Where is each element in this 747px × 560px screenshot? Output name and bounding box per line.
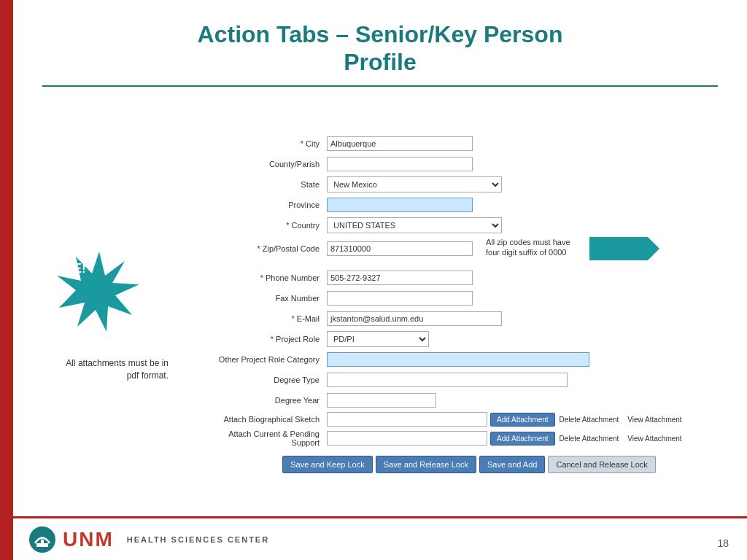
page-number: 18 xyxy=(717,537,729,549)
bio-sketch-delete-button[interactable]: Delete Attachment xyxy=(555,413,624,426)
footer-unm-text: UNM xyxy=(63,528,114,551)
footer-logo-area: UNM HEALTH SCIENCES CENTER xyxy=(28,525,269,554)
city-input[interactable] xyxy=(327,136,473,151)
current-pending-label: Attach Current & Pending Support xyxy=(210,429,327,447)
county-label: County/Parish xyxy=(210,160,327,168)
country-row: * Country UNITED STATES CANADA MEXICO UN… xyxy=(210,217,728,234)
current-pending-input[interactable] xyxy=(327,431,487,446)
red-bar xyxy=(0,0,13,560)
current-pending-delete-button[interactable]: Delete Attachment xyxy=(555,432,624,445)
footer: UNM HEALTH SCIENCES CENTER xyxy=(13,516,747,560)
teal-arrow-container xyxy=(584,237,648,260)
note-label: NOTE! xyxy=(45,261,86,276)
fax-label: Fax Number xyxy=(210,294,327,303)
city-row: * City xyxy=(210,135,728,152)
bio-sketch-input[interactable] xyxy=(327,412,487,427)
title-line2: Profile xyxy=(42,48,718,76)
fax-input[interactable] xyxy=(327,291,473,306)
country-select[interactable]: UNITED STATES CANADA MEXICO UNITED KINGD… xyxy=(327,217,502,233)
province-row: Province xyxy=(210,196,728,214)
zip-label: * Zip/Postal Code xyxy=(210,244,327,253)
main-content: Action Tabs – Senior/Key Person Profile … xyxy=(13,0,747,560)
email-label: * E-Mail xyxy=(210,314,327,323)
other-role-input[interactable] xyxy=(327,352,589,367)
bio-sketch-add-button[interactable]: Add Attachment xyxy=(490,413,555,427)
slide-title: Action Tabs – Senior/Key Person Profile xyxy=(13,0,747,85)
zip-row: * Zip/Postal Code All zip codes must hav… xyxy=(210,237,728,260)
zip-annotation-text: All zip codes must have four digit suffi… xyxy=(486,237,581,258)
email-input[interactable] xyxy=(327,311,502,326)
phone-input[interactable] xyxy=(327,271,473,285)
save-release-lock-button[interactable]: Save and Release Lock xyxy=(376,456,476,473)
form-area: * City County/Parish State New Mexico Al… xyxy=(210,135,728,473)
degree-year-row: Degree Year xyxy=(210,392,728,409)
bio-sketch-row: Attach Biographical Sketch Add Attachmen… xyxy=(210,412,728,427)
county-input[interactable] xyxy=(327,157,473,171)
cancel-release-lock-button[interactable]: Cancel and Release Lock xyxy=(548,456,655,473)
teal-arrow xyxy=(589,237,648,260)
title-rule xyxy=(42,85,718,87)
county-row: County/Parish xyxy=(210,155,728,173)
current-pending-row: Attach Current & Pending Support Add Att… xyxy=(210,429,728,447)
state-row: State New Mexico Alabama Alaska Arizona … xyxy=(210,176,728,193)
note-starburst: NOTE! All attachments must be in pdf for… xyxy=(48,241,165,350)
current-pending-view-button[interactable]: View Attachment xyxy=(623,432,686,445)
degree-year-input[interactable] xyxy=(327,393,436,408)
state-label: State xyxy=(210,180,327,189)
footer-health-sciences: HEALTH SCIENCES CENTER xyxy=(127,535,269,544)
current-pending-add-button[interactable]: Add Attachment xyxy=(490,432,555,446)
bio-sketch-view-button[interactable]: View Attachment xyxy=(623,413,686,426)
zip-annotation-container: All zip codes must have four digit suffi… xyxy=(479,237,648,260)
save-keep-lock-button[interactable]: Save and Keep Lock xyxy=(282,456,373,473)
save-add-button[interactable]: Save and Add xyxy=(479,456,546,473)
bio-sketch-label: Attach Biographical Sketch xyxy=(210,415,327,424)
degree-year-label: Degree Year xyxy=(210,396,327,405)
phone-label: * Phone Number xyxy=(210,273,327,282)
project-role-label: * Project Role xyxy=(210,335,327,343)
province-label: Province xyxy=(210,201,327,209)
action-buttons-row: Save and Keep Lock Save and Release Lock… xyxy=(210,456,728,473)
title-line1: Action Tabs – Senior/Key Person xyxy=(42,20,718,48)
degree-type-row: Degree Type xyxy=(210,371,728,389)
project-role-select[interactable]: PD/PI Co-Investigator Senior/Key Person xyxy=(327,331,429,347)
spacer1 xyxy=(210,263,728,269)
province-input[interactable] xyxy=(327,198,473,212)
phone-row: * Phone Number xyxy=(210,269,728,287)
other-role-row: Other Project Role Category xyxy=(210,351,728,368)
note-text: All attachments must be in pdf format. xyxy=(55,357,169,382)
country-label: * Country xyxy=(210,221,327,230)
degree-type-input[interactable] xyxy=(327,373,568,387)
email-row: * E-Mail xyxy=(210,310,728,327)
project-role-row: * Project Role PD/PI Co-Investigator Sen… xyxy=(210,330,728,348)
state-select[interactable]: New Mexico Alabama Alaska Arizona Califo… xyxy=(327,176,502,192)
svg-rect-3 xyxy=(41,540,44,544)
unm-logo-icon xyxy=(28,525,57,554)
other-role-label: Other Project Role Category xyxy=(210,355,327,364)
degree-type-label: Degree Type xyxy=(210,376,327,384)
zip-input[interactable] xyxy=(327,241,473,256)
city-label: * City xyxy=(210,139,327,148)
fax-row: Fax Number xyxy=(210,289,728,307)
